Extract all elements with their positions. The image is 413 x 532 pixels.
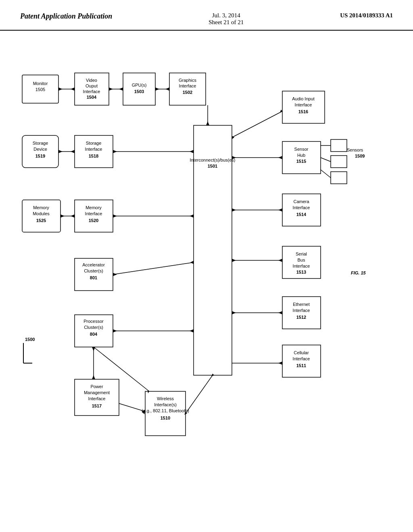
arrow-head11 xyxy=(71,150,75,153)
accel-label1: Accelerator xyxy=(82,262,105,267)
arrow-head27 xyxy=(278,311,282,314)
monitor-num: 1505 xyxy=(35,87,45,92)
cellular-label2: Interface xyxy=(293,356,310,361)
arrow-head28 xyxy=(113,329,117,332)
wireless-label1: Wireless xyxy=(157,396,174,401)
power-label3: Interface xyxy=(88,396,106,401)
arrow-head18 xyxy=(113,214,117,218)
diagram-area: Monitor 1505 Video Ouput Interface 1504 … xyxy=(0,31,413,526)
ethernet-label2: Interface xyxy=(293,308,310,313)
proc-label1: Processor xyxy=(83,319,104,324)
power-num: 1517 xyxy=(92,403,102,408)
camera-if-box xyxy=(282,194,321,226)
serial-label3: Interface xyxy=(293,264,310,268)
camera-label2: Interface xyxy=(293,205,310,210)
graphics-num: 1502 xyxy=(183,90,192,95)
sensors-text: Sensors xyxy=(347,148,363,152)
arrow-head4 xyxy=(119,87,123,91)
memory-if-label1: Memory xyxy=(86,205,102,210)
audio-label2: Interface xyxy=(295,102,312,107)
arrow-head29 xyxy=(190,329,194,332)
proc-num: 804 xyxy=(90,332,98,337)
memory-if-num: 1520 xyxy=(89,218,98,223)
arrow-head7 xyxy=(206,121,209,125)
sheet-info: Sheet 21 of 21 xyxy=(209,19,244,26)
sensor1-box xyxy=(331,139,347,152)
header-center: Jul. 3, 2014 Sheet 21 of 21 xyxy=(209,12,244,26)
storage-if-num: 1518 xyxy=(89,154,98,158)
publication-date: Jul. 3, 2014 xyxy=(209,12,244,19)
storage-dev-num: 1519 xyxy=(35,154,45,158)
video-label3: Interface xyxy=(83,89,100,94)
storage-dev-label1: Storage xyxy=(33,141,48,145)
video-label2: Ouput xyxy=(86,83,98,88)
graphics-label1: Graphics xyxy=(179,78,197,83)
graphics-label2: Interface xyxy=(179,83,196,88)
diagram-svg: Monitor 1505 Video Ouput Interface 1504 … xyxy=(0,31,413,526)
arrow-hub-sensor3 xyxy=(321,170,331,178)
sensor3-box xyxy=(331,172,347,184)
arrow-accel-interconnect xyxy=(113,262,194,274)
arrow-head24 xyxy=(232,259,236,262)
accel-label2: Cluster(s) xyxy=(84,268,103,273)
audio-num: 1516 xyxy=(298,109,308,114)
sensor-hub-label1: Sensor xyxy=(294,147,309,152)
arrow-hub-sensor2 xyxy=(321,158,331,162)
gpu-num: 1503 xyxy=(134,89,144,94)
sensor-hub-label2: Hub xyxy=(297,153,305,158)
arrow-head13 xyxy=(190,150,194,153)
monitor-label: Monitor xyxy=(33,81,48,86)
memory-mod-num: 1525 xyxy=(36,218,46,223)
interconnect-num: 1501 xyxy=(208,164,217,168)
arrow-head21 xyxy=(278,208,282,212)
arrow-head5 xyxy=(155,87,159,91)
interconnect-box xyxy=(194,125,232,375)
arrow-head2 xyxy=(71,87,75,91)
storage-if-label2: Interface xyxy=(85,147,102,152)
memory-if-box xyxy=(75,200,113,232)
storage-if-box xyxy=(75,135,113,168)
ethernet-num: 1512 xyxy=(296,315,306,320)
arrow-head26 xyxy=(232,311,236,314)
camera-label1: Camera xyxy=(293,199,309,204)
proc-label2: Cluster(s) xyxy=(84,325,103,330)
camera-num: 1514 xyxy=(296,212,307,217)
arrow-interconnect-audio xyxy=(232,111,282,137)
sensor2-box xyxy=(331,156,347,168)
interconnect-label1: Interconnect(s)/bus(es) xyxy=(190,158,235,162)
memory-modules-box xyxy=(22,200,60,232)
publication-title: Patent Application Publication xyxy=(20,12,112,21)
arrow-power-wireless xyxy=(119,403,145,411)
arrow-head31 xyxy=(92,375,95,379)
arrow-head10 xyxy=(58,150,63,153)
video-label1: Video xyxy=(86,78,97,83)
ethernet-box xyxy=(282,297,321,329)
memory-if-label2: Interface xyxy=(85,211,102,216)
patent-number: US 2014/0189333 A1 xyxy=(340,12,393,19)
power-label1: Power xyxy=(90,384,103,389)
cellular-num: 1511 xyxy=(296,363,306,368)
memory-mod-label1: Memory xyxy=(33,205,49,210)
ethernet-label1: Ethernet xyxy=(293,302,310,307)
arrow-head20 xyxy=(232,208,236,212)
arrow-head25 xyxy=(278,259,282,262)
arrow-head23 xyxy=(190,261,194,264)
storage-device-box xyxy=(22,135,58,168)
wireless-label2: Interface(s) xyxy=(154,402,177,407)
storage-dev-label2: Device xyxy=(33,147,47,152)
arrow-head1 xyxy=(58,87,63,91)
cellular-label1: Cellular xyxy=(294,350,309,355)
arrow-head30 xyxy=(278,362,282,365)
arrow-head3 xyxy=(109,87,113,91)
arrow-wireless-interconnect xyxy=(186,375,213,414)
storage-if-label1: Storage xyxy=(86,141,102,145)
video-num: 1504 xyxy=(87,95,97,100)
wireless-num: 1510 xyxy=(161,416,170,420)
serial-label2: Bus xyxy=(298,258,305,262)
accel-num: 801 xyxy=(90,275,97,280)
serial-label1: Serial xyxy=(296,251,307,256)
wireless-label3: (e.g., 802.11, Bluetooth) xyxy=(142,408,189,413)
sensors-label: 1509 xyxy=(355,154,365,158)
system-1500-label: 1500 xyxy=(25,337,35,342)
power-label2: Management xyxy=(84,390,110,395)
